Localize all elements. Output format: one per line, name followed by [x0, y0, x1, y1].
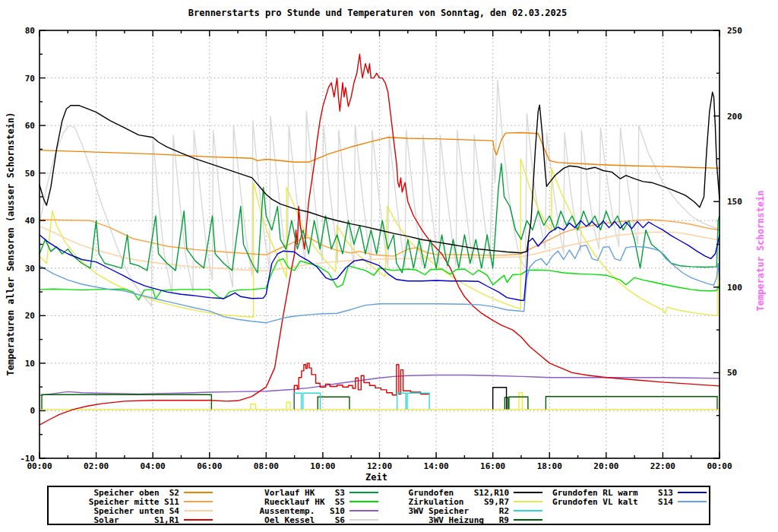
- series-S3: [40, 163, 719, 273]
- y-axis-left-tick-label: 40: [25, 216, 35, 226]
- legend-swatch: [349, 519, 378, 521]
- y-axis-right-tick-label: 250: [727, 26, 742, 36]
- legend-column-2: Vorlauf HK S3Ruecklauf HK S5Aussentemp. …: [239, 488, 378, 524]
- legend-swatch: [678, 501, 707, 502]
- relay-box-R7: [519, 393, 522, 410]
- series-S4: [40, 226, 719, 271]
- legend-swatch: [678, 492, 707, 493]
- legend-swatch: [184, 492, 213, 493]
- legend-entry: Vorlauf HK S3: [239, 488, 378, 497]
- legend-entry: Aussentemp. S10: [239, 506, 378, 515]
- x-axis-tick-label: 06:00: [197, 461, 222, 471]
- legend-entry: Grundofen S12,R10: [389, 488, 542, 497]
- legend-entry-label: Grundofen VL kalt S14: [538, 497, 673, 507]
- x-axis-tick-label: 04:00: [141, 461, 166, 471]
- relay-box-R9: [546, 397, 717, 410]
- x-axis-tick-label: 20:00: [593, 461, 618, 471]
- legend-swatch: [514, 519, 542, 521]
- relay-box-R2: [294, 393, 302, 409]
- legend-entry: Grundofen RL warm S13: [538, 488, 707, 497]
- legend-entry-label: Oel Kessel S6: [239, 515, 345, 525]
- series-R1: [294, 363, 429, 410]
- x-axis-tick-label: 16:00: [480, 461, 505, 471]
- legend-entry: Speicher unten S4: [52, 506, 213, 515]
- y-axis-left-tick-label: 0: [30, 406, 35, 416]
- legend-entry-label: 3WV Heizung R9: [389, 515, 509, 525]
- series-S2: [40, 133, 719, 169]
- legend-entry: Oel Kessel S6: [239, 515, 378, 524]
- legend-entry: Grundofen VL kalt S14: [538, 497, 707, 506]
- y-axis-left-tick-label: 30: [25, 264, 35, 274]
- legend-entry: 3WV Heizung R9: [389, 515, 542, 524]
- legend-entry: Zirkulation S9,R7: [389, 497, 542, 506]
- x-axis-tick-label: 10:00: [310, 461, 335, 471]
- legend-box: Speicher oben S2Speicher mitte S11Speich…: [47, 486, 710, 525]
- y-axis-left-tick-label: 10: [25, 359, 35, 369]
- y-axis-left-tick-label: 80: [25, 26, 35, 36]
- legend-column-3: Grundofen S12,R10Zirkulation S9,R73WV Sp…: [389, 488, 542, 524]
- x-axis-tick-label: 14:00: [424, 461, 449, 471]
- legend-column-4: Grundofen RL warm S13Grundofen VL kalt S…: [538, 488, 707, 506]
- x-axis-tick-label: 02:00: [84, 461, 109, 471]
- x-axis-tick-label: 00:00: [707, 461, 732, 471]
- y-axis-right-tick-label: 100: [727, 283, 742, 293]
- legend-entry: Speicher mitte S11: [52, 497, 213, 506]
- relay-box-R9: [42, 394, 211, 409]
- legend-column-1: Speicher oben S2Speicher mitte S11Speich…: [52, 488, 213, 524]
- x-axis-tick-label: 18:00: [537, 461, 562, 471]
- legend-swatch: [349, 510, 378, 511]
- y-axis-left-tick-label: 20: [25, 311, 35, 321]
- x-axis-tick-label: 22:00: [650, 461, 675, 471]
- legend-entry: Ruecklauf HK S5: [239, 497, 378, 506]
- x-axis-tick-label: 12:00: [367, 461, 392, 471]
- legend-entry-label: Solar S1,R1: [52, 515, 179, 525]
- y-axis-left-tick-label: 70: [25, 74, 35, 84]
- legend-entry: Speicher oben S2: [52, 488, 213, 497]
- y-axis-left-tick-label: 50: [25, 169, 35, 179]
- relay-box-R2: [397, 393, 406, 409]
- y-axis-left-tick-label: 60: [25, 121, 35, 131]
- legend-swatch: [184, 519, 213, 521]
- x-axis-tick-label: 00:00: [27, 461, 52, 471]
- y-axis-right-tick-label: 150: [727, 197, 742, 207]
- chart-screenshot: Brennerstarts pro Stunde und Temperature…: [0, 0, 778, 532]
- legend-swatch: [184, 510, 213, 511]
- legend-entry: 3WV Speicher R2: [389, 506, 542, 515]
- chart-plot-area: 80706050403020100-102502001501005000:000…: [0, 0, 778, 532]
- x-axis-tick-label: 08:00: [254, 461, 279, 471]
- legend-swatch: [184, 501, 213, 502]
- legend-swatch: [349, 501, 378, 502]
- legend-entry: Solar S1,R1: [52, 515, 213, 524]
- relay-box-R7: [286, 402, 290, 409]
- legend-swatch: [514, 510, 542, 511]
- relay-box-R2: [407, 393, 429, 409]
- y-axis-right-tick-label: 50: [727, 368, 737, 378]
- relay-box-R7: [251, 404, 255, 410]
- y-axis-right-tick-label: 200: [727, 112, 742, 122]
- legend-swatch: [349, 492, 378, 493]
